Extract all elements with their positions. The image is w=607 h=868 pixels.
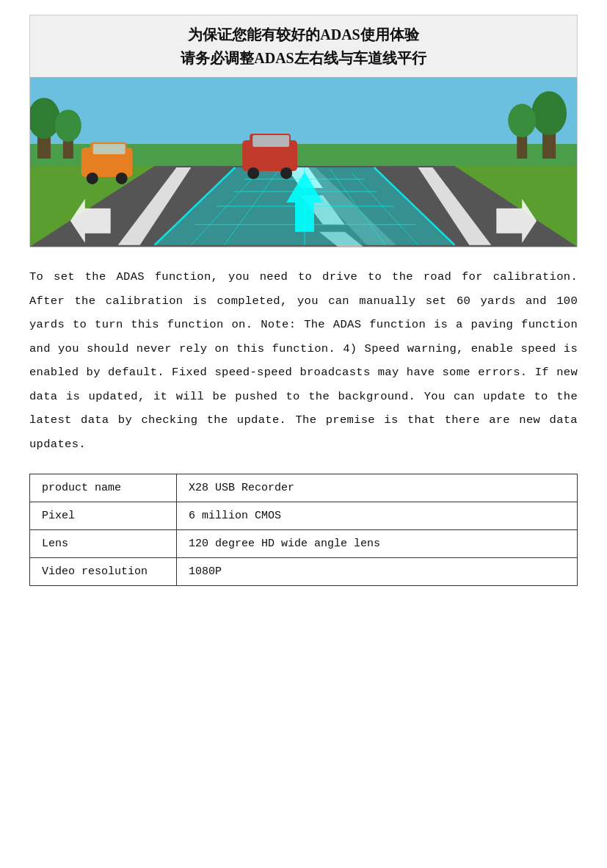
table-cell-label: Video resolution [30,558,177,586]
specs-table: product nameX28 USB RecorderPixel6 milli… [29,474,578,586]
table-cell-value: 1080P [177,558,578,586]
svg-point-40 [247,167,259,179]
svg-point-9 [508,104,536,137]
svg-point-5 [55,109,81,142]
svg-point-7 [531,91,567,135]
road-scene [30,78,577,247]
table-row: product nameX28 USB Recorder [30,474,578,502]
table-cell-label: product name [30,474,177,502]
svg-point-41 [280,167,292,179]
svg-point-35 [87,173,98,184]
table-cell-label: Lens [30,530,177,558]
banner-line1: 为保证您能有较好的ADAS使用体验 [30,23,577,46]
road-svg [30,78,577,247]
table-cell-value: X28 USB Recorder [177,474,578,502]
table-cell-label: Pixel [30,502,177,530]
banner-line2: 请务必调整ADAS左右线与车道线平行 [30,46,577,70]
table-row: Video resolution1080P [30,558,578,586]
table-row: Lens120 degree HD wide angle lens [30,530,578,558]
table-cell-value: 6 million CMOS [177,502,578,530]
svg-rect-34 [93,144,126,154]
adas-image-container: 为保证您能有较好的ADAS使用体验 请务必调整ADAS左右线与车道线平行 [29,15,578,247]
table-cell-value: 120 degree HD wide angle lens [177,530,578,558]
svg-rect-39 [252,135,289,147]
body-text: To set the ADAS function, you need to dr… [29,265,578,456]
table-row: Pixel6 million CMOS [30,502,578,530]
svg-point-36 [116,173,128,184]
banner-text: 为保证您能有较好的ADAS使用体验 请务必调整ADAS左右线与车道线平行 [30,15,577,78]
